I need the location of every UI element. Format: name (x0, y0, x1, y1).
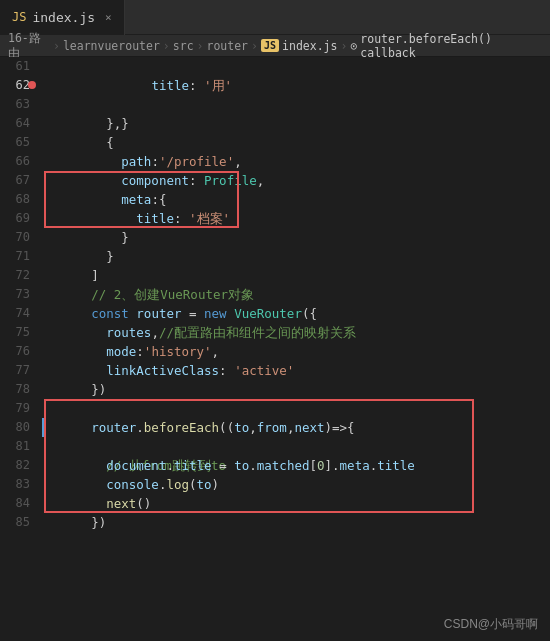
code-line-75: mode:'history', (42, 323, 550, 342)
code-line-83: next() (42, 475, 550, 494)
code-line-61: title: '用' (42, 57, 550, 76)
breadcrumb-part-5: index.js (282, 39, 337, 53)
code-line-63: }, (42, 95, 550, 114)
breadcrumb-part-2: learnvuerouter (63, 39, 160, 53)
code-line-77: }) (42, 361, 550, 380)
code-line-69: } (42, 209, 550, 228)
code-line-74: routes,//配置路由和组件之间的映射关系 (42, 304, 550, 323)
close-icon[interactable]: × (105, 11, 112, 24)
code-line-81: document.title = to.matched[0].meta.titl… (42, 437, 550, 456)
breadcrumb: 16-路由 › learnvuerouter › src › router › … (0, 35, 550, 57)
code-line-64: { (42, 114, 550, 133)
code-line-76: linkActiveClass: 'active' (42, 342, 550, 361)
code-line-82: console.log(to) (42, 456, 550, 475)
code-line-72: // 2、创建VueRouter对象 (42, 266, 550, 285)
breadcrumb-part-1: 16-路由 (8, 31, 50, 61)
code-line-84: }) (42, 494, 550, 513)
code-line-80: // 从from跳转到to (42, 418, 550, 437)
code-line-65: path:'/profile', (42, 133, 550, 152)
code-line-71: ] (42, 247, 550, 266)
tab-label: index.js (32, 10, 95, 25)
breadcrumb-part-6: ⊙ (350, 39, 357, 53)
tab-index-js[interactable]: JS index.js × (0, 0, 125, 35)
code-line-68: title: '档案' (42, 190, 550, 209)
line-numbers: 61 62 63 64 65 66 67 68 69 70 71 72 73 7… (0, 57, 42, 641)
code-line-73: const router = new VueRouter({ (42, 285, 550, 304)
breadcrumb-callback: router.beforeEach() callback (360, 32, 542, 60)
tab-bar: JS index.js × (0, 0, 550, 35)
code-line-85 (42, 513, 550, 532)
watermark: CSDN@小码哥啊 (444, 616, 538, 633)
code-lines: title: '用' } }, { path:'/profile', compo… (42, 57, 550, 641)
js-file-icon: JS (12, 10, 26, 24)
code-line-78 (42, 380, 550, 399)
breadcrumb-part-4: router (207, 39, 249, 53)
breadcrumb-js-icon: JS (261, 39, 279, 52)
code-line-79: router.beforeEach((to,from,next)=>{ (42, 399, 550, 418)
code-line-70: } (42, 228, 550, 247)
code-line-62: } (42, 76, 550, 95)
code-line-66: component: Profile, (42, 152, 550, 171)
code-line-67: meta:{ (42, 171, 550, 190)
breadcrumb-part-3: src (173, 39, 194, 53)
code-container: 61 62 63 64 65 66 67 68 69 70 71 72 73 7… (0, 57, 550, 641)
